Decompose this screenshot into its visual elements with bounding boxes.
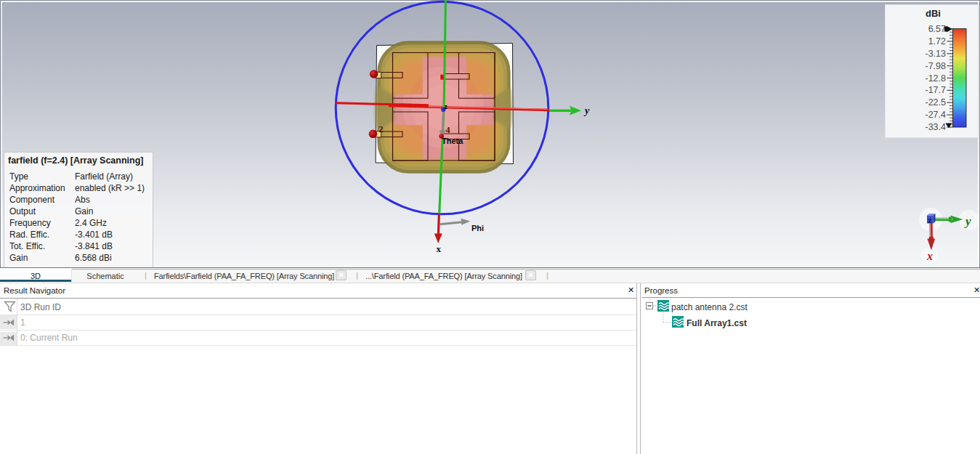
svg-text:z: z bbox=[445, 103, 448, 110]
svg-text:6.57: 6.57 bbox=[928, 24, 946, 34]
svg-text:z: z bbox=[928, 214, 932, 225]
svg-text:Theta: Theta bbox=[442, 137, 463, 145]
svg-text:-7.98: -7.98 bbox=[926, 61, 947, 71]
svg-text:y: y bbox=[964, 214, 971, 228]
svg-text:dBi: dBi bbox=[926, 8, 941, 19]
svg-text:1.72: 1.72 bbox=[928, 36, 946, 46]
svg-text:-3.13: -3.13 bbox=[926, 49, 947, 59]
svg-text:Phi: Phi bbox=[471, 224, 484, 232]
svg-text:x: x bbox=[437, 243, 442, 254]
svg-text:-12.8: -12.8 bbox=[926, 73, 947, 84]
svg-text:-33.4: -33.4 bbox=[926, 122, 947, 132]
svg-text:2: 2 bbox=[379, 124, 384, 134]
svg-text:-17.7: -17.7 bbox=[926, 85, 947, 95]
svg-text:y: y bbox=[583, 105, 590, 116]
svg-text:4: 4 bbox=[446, 125, 450, 135]
svg-text:-27.4: -27.4 bbox=[926, 110, 947, 120]
svg-text:-22.5: -22.5 bbox=[926, 97, 947, 108]
svg-text:x: x bbox=[926, 250, 933, 262]
